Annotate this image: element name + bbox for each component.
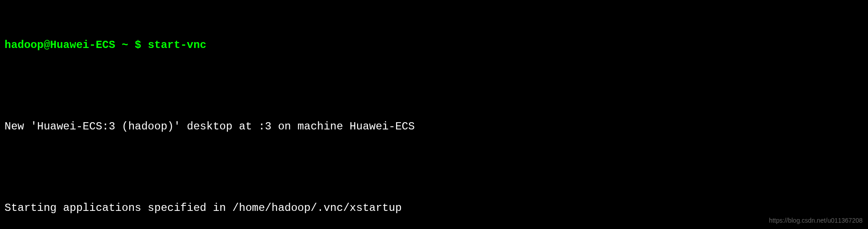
output-line: Starting applications specified in /home… (5, 200, 863, 216)
output-line: New 'Huawei-ECS:3 (hadoop)' desktop at :… (5, 119, 863, 135)
prompt-separator (115, 37, 122, 53)
command-text: start-vnc (148, 37, 207, 53)
prompt-line-1: hadoop@Huawei-ECS ~ $ start-vnc (5, 37, 863, 53)
terminal-output[interactable]: hadoop@Huawei-ECS ~ $ start-vnc New 'Hua… (5, 5, 863, 229)
command-separator (141, 37, 147, 53)
prompt-path: ~ (122, 37, 128, 53)
prompt-user-host: hadoop@Huawei-ECS (5, 37, 115, 53)
prompt-separator2 (128, 37, 135, 53)
prompt-symbol: $ (135, 37, 141, 53)
watermark-text: https://blog.csdn.net/u011367208 (769, 216, 863, 225)
